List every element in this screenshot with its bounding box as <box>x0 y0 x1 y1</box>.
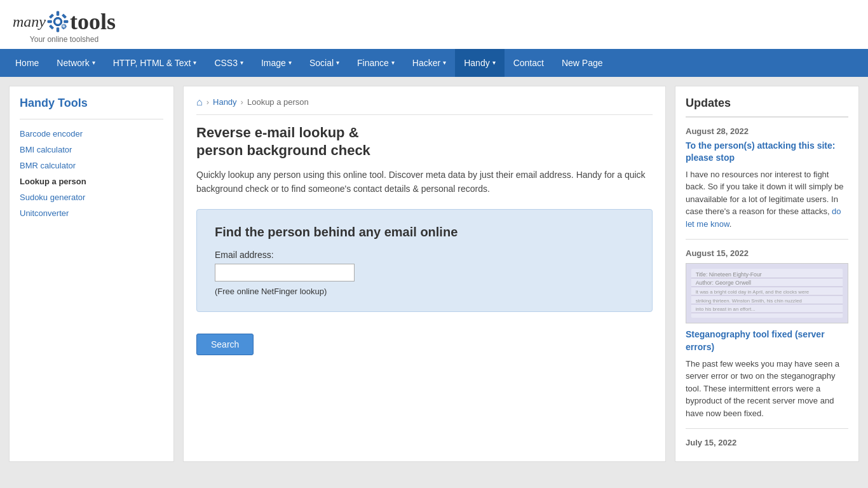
updates-title: Updates <box>686 97 848 118</box>
svg-text:Title: Nineteen Eighty-Four: Title: Nineteen Eighty-Four <box>696 271 762 278</box>
nav-newpage[interactable]: New Page <box>553 49 612 77</box>
nav-finance-arrow: ▾ <box>391 59 395 66</box>
update-date-1: August 28, 2022 <box>686 126 848 136</box>
breadcrumb-sep1: › <box>207 97 209 107</box>
update-text-2: The past few weeks you may have seen a s… <box>686 358 848 420</box>
svg-rect-4 <box>64 20 68 23</box>
nav-image-arrow: ▾ <box>288 59 292 66</box>
nav-contact[interactable]: Contact <box>505 49 553 77</box>
nav-image[interactable]: Image ▾ <box>252 49 301 77</box>
update-link-1[interactable]: To the person(s) attacking this site: pl… <box>686 140 848 165</box>
nav-social-arrow: ▾ <box>336 59 339 66</box>
svg-rect-7 <box>49 25 53 29</box>
update-date-3: July 15, 2022 <box>686 438 848 447</box>
nav-css3[interactable]: CSS3 ▾ <box>205 49 252 77</box>
logo-text: many tools <box>13 8 116 34</box>
right-sidebar: Updates August 28, 2022 To the person(s)… <box>675 86 859 462</box>
nav-hacker[interactable]: Hacker ▾ <box>403 49 455 77</box>
site-header: many tools Your online toolshed <box>0 0 868 49</box>
nav-network-arrow: ▾ <box>92 59 95 66</box>
svg-rect-1 <box>57 11 59 16</box>
sidebar-item-bmi[interactable]: BMI calculator <box>20 142 163 158</box>
main-navbar: Home Network ▾ HTTP, HTML & Text ▾ CSS3 … <box>0 49 868 77</box>
update-image: Title: Nineteen Eighty-Four Author: Geor… <box>686 263 848 323</box>
nav-finance[interactable]: Finance ▾ <box>348 49 403 77</box>
nav-home[interactable]: Home <box>6 49 48 77</box>
main-content: ⌂ › Handy › Lookup a person Reverse e-ma… <box>183 86 666 462</box>
svg-point-9 <box>55 19 60 24</box>
sidebar-item-bmr[interactable]: BMR calculator <box>20 158 163 173</box>
sidebar-item-sudoku[interactable]: Sudoku generator <box>20 189 163 205</box>
svg-rect-6 <box>62 13 66 18</box>
svg-rect-5 <box>49 13 53 18</box>
nav-handy[interactable]: Handy ▾ <box>455 49 504 77</box>
tool-box-title: Find the person behind any email online <box>215 225 634 240</box>
page-title: Reverse e-mail lookup & person backgroun… <box>196 124 653 160</box>
svg-text:It was a bright cold day in Ap: It was a bright cold day in April, and t… <box>696 289 810 295</box>
update-divider-1 <box>686 239 848 240</box>
sidebar-item-lookup[interactable]: Lookup a person <box>20 173 163 189</box>
nav-hacker-arrow: ▾ <box>443 59 446 66</box>
svg-text:Author: George Orwell: Author: George Orwell <box>696 280 751 287</box>
nav-social[interactable]: Social ▾ <box>301 49 348 77</box>
sidebar-item-barcode[interactable]: Barcode encoder <box>20 126 163 142</box>
breadcrumb-handy[interactable]: Handy <box>213 97 237 107</box>
tagline: Your online toolshed <box>30 35 98 44</box>
tool-box: Find the person behind any email online … <box>196 209 653 312</box>
svg-text:striking thirteen. Winston Smi: striking thirteen. Winston Smith, his ch… <box>696 298 802 304</box>
sidebar-title: Handy Tools <box>20 97 163 110</box>
sidebar-item-unitconverter[interactable]: Unitconverter <box>20 205 163 221</box>
left-sidebar: Handy Tools Barcode encoder BMI calculat… <box>9 86 174 462</box>
breadcrumb-sep2: › <box>241 97 243 107</box>
email-label: Email address: <box>215 250 634 260</box>
logo-tools: tools <box>70 9 116 34</box>
svg-rect-2 <box>57 27 59 32</box>
nav-network[interactable]: Network ▾ <box>48 49 104 77</box>
form-note: (Free online NetFinger lookup) <box>215 287 634 296</box>
nav-http[interactable]: HTTP, HTML & Text ▾ <box>104 49 206 77</box>
svg-text:into his breast in an effort..: into his breast in an effort... <box>696 307 756 313</box>
update-link-2[interactable]: Steganography tool fixed (server errors) <box>686 329 848 353</box>
nav-http-arrow: ▾ <box>193 59 196 66</box>
page-description: Quickly lookup any person using this onl… <box>196 168 653 196</box>
update-divider-2 <box>686 428 848 429</box>
main-wrapper: Handy Tools Barcode encoder BMI calculat… <box>0 77 868 471</box>
svg-rect-3 <box>48 20 52 23</box>
svg-point-11 <box>63 25 65 27</box>
logo[interactable]: many tools Your online toolshed <box>13 8 116 44</box>
update-date-2: August 15, 2022 <box>686 248 848 258</box>
breadcrumb: ⌂ › Handy › Lookup a person <box>196 97 653 115</box>
home-icon[interactable]: ⌂ <box>196 97 203 108</box>
gear-icon <box>46 10 70 34</box>
email-input[interactable] <box>215 264 355 281</box>
nav-handy-arrow: ▾ <box>492 59 496 66</box>
search-button[interactable]: Search <box>196 334 254 355</box>
update-text-1: I have no resources nor interest to figh… <box>686 168 848 231</box>
nav-css3-arrow: ▾ <box>240 59 243 66</box>
breadcrumb-current: Lookup a person <box>247 97 309 107</box>
sidebar-divider <box>20 119 163 119</box>
logo-many: many <box>13 13 46 30</box>
